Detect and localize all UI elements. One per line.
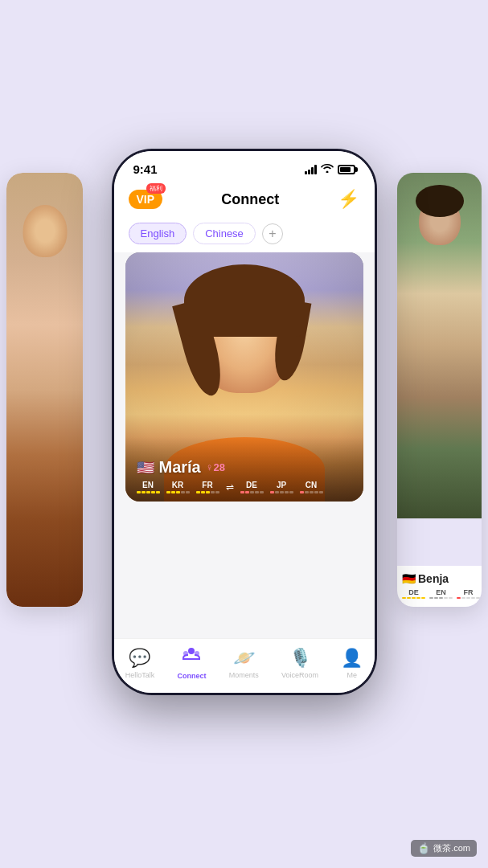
nav-connect[interactable]: Connect: [177, 647, 206, 680]
me-icon: 👤: [341, 648, 363, 669]
me-label: Me: [347, 671, 358, 679]
tab-chinese[interactable]: Chinese: [193, 223, 256, 244]
right-person-flag: 🇩🇪: [402, 572, 416, 585]
right-card-info: 🇩🇪 Benja DE EN: [397, 566, 482, 607]
battery-icon: [338, 165, 355, 174]
tab-english[interactable]: English: [129, 223, 187, 244]
moments-icon: 🪐: [233, 648, 255, 669]
vip-welfare-badge: 福利: [146, 183, 166, 194]
lightning-button[interactable]: ⚡: [338, 189, 359, 210]
add-tab-button[interactable]: +: [262, 223, 283, 244]
vip-text: VIP: [137, 193, 155, 206]
phone-mockup: 9:41: [112, 149, 377, 695]
right-lang-de: DE: [402, 588, 425, 599]
hellotalk-label: HelloTalk: [125, 671, 155, 679]
svg-point-1: [183, 651, 188, 656]
svg-point-2: [195, 651, 199, 656]
connect-label: Connect: [177, 672, 206, 680]
right-lang-en: EN: [429, 588, 453, 599]
profile-photo: 🇺🇸 María ♀28 EN: [125, 252, 363, 502]
phone-inner: 9:41: [114, 151, 375, 693]
status-time: 9:41: [133, 162, 158, 176]
lang-de: DE: [240, 481, 264, 493]
status-icons: [305, 163, 355, 175]
wifi-icon: [321, 163, 334, 175]
lang-cn: CN: [300, 481, 323, 493]
watermark: 🍵 微茶.com: [411, 840, 477, 857]
lang-fr: FR: [196, 481, 219, 493]
right-person-photo: [397, 173, 482, 518]
header-title: Connect: [221, 191, 279, 208]
person-gender: ♀28: [206, 461, 225, 473]
right-person-langs: DE EN: [402, 588, 477, 599]
right-person-name: Benja: [418, 572, 449, 585]
voiceroom-icon: 🎙️: [289, 648, 311, 669]
phones-area: 🇩🇪 Benja DE EN: [0, 133, 488, 792]
voiceroom-label: VoiceRoom: [281, 671, 318, 679]
nav-voiceroom[interactable]: 🎙️ VoiceRoom: [281, 648, 318, 679]
watermark-icon: 🍵: [417, 842, 430, 854]
person-info: 🇺🇸 María ♀28 EN: [137, 458, 352, 493]
lang-kr: KR: [166, 481, 190, 493]
bottom-nav: 💬 HelloTalk Connect 🪐: [114, 638, 375, 693]
right-lang-fr: FR: [457, 588, 480, 599]
vip-badge[interactable]: VIP 福利: [129, 190, 163, 209]
lang-tabs-bar: English Chinese +: [114, 218, 375, 252]
svg-point-0: [188, 648, 195, 654]
person-name: María: [159, 458, 201, 477]
lang-en: EN: [137, 481, 160, 493]
hellotalk-icon: 💬: [129, 648, 150, 669]
watermark-text: 微茶.com: [433, 842, 470, 854]
left-person-card: [6, 173, 83, 607]
lang-jp: JP: [270, 481, 293, 493]
app-header: VIP 福利 Connect ⚡: [114, 182, 375, 218]
right-person-card: 🇩🇪 Benja DE EN: [397, 173, 482, 607]
connect-icon: [182, 647, 201, 669]
exchange-icon: ⇌: [226, 481, 234, 493]
moments-label: Moments: [229, 671, 259, 679]
nav-hellotalk[interactable]: 💬 HelloTalk: [125, 648, 155, 679]
nav-moments[interactable]: 🪐 Moments: [229, 648, 259, 679]
lang-skills-row: EN KR: [137, 481, 352, 493]
status-bar: 9:41: [114, 151, 375, 182]
left-person-photo: [6, 173, 83, 607]
signal-icon: [305, 165, 317, 174]
nav-me[interactable]: 👤 Me: [341, 648, 363, 679]
person-flag: 🇺🇸: [137, 459, 154, 477]
profile-card[interactable]: 🇺🇸 María ♀28 EN: [125, 252, 363, 502]
